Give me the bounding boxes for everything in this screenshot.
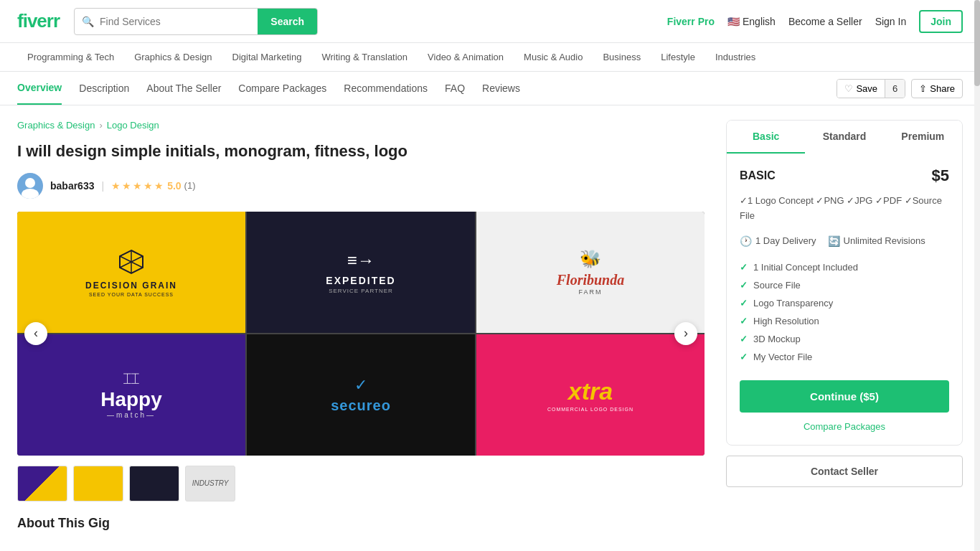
tab-overview[interactable]: Overview [17, 72, 62, 105]
continue-button[interactable]: Continue ($5) [740, 380, 949, 413]
revisions-meta: 🔄 Unlimited Revisions [828, 235, 925, 247]
revisions-label: Unlimited Revisions [844, 235, 925, 246]
carousel-arrow-left[interactable]: ‹ [24, 322, 47, 345]
cell4-icon: ⌶⌶ [123, 371, 139, 386]
cell2-icon: ≡→ [347, 250, 374, 270]
tab-faq[interactable]: FAQ [445, 72, 465, 104]
search-button[interactable]: Search [258, 9, 317, 34]
breadcrumb-parent[interactable]: Graphics & Design [17, 120, 95, 131]
check-icon-5: ✓ [740, 334, 748, 344]
nav-item-writing[interactable]: Writing & Translation [311, 43, 418, 71]
save-button[interactable]: ♡ Save [837, 80, 885, 98]
star-3: ★ [133, 180, 142, 192]
scrollbar[interactable] [974, 0, 980, 545]
cell6-text: xtra [568, 377, 613, 405]
nav-item-digital[interactable]: Digital Marketing [222, 43, 312, 71]
breadcrumb-child[interactable]: Logo Design [107, 120, 159, 131]
tab-basic[interactable]: Basic [727, 121, 805, 154]
feature-2: ✓ Source File [740, 276, 949, 294]
thumbnail-1[interactable] [17, 466, 67, 501]
thumbnail-3[interactable] [129, 466, 179, 501]
check-icon-2: ✓ [740, 280, 748, 291]
tab-description[interactable]: Description [79, 72, 129, 104]
seller-name[interactable]: babar633 [50, 180, 94, 192]
header: fiverr 🔍 Search Fiverr Pro 🇺🇸 English Be… [0, 0, 980, 43]
share-icon: ⇧ [919, 83, 927, 94]
breadcrumb-separator: › [99, 120, 102, 131]
cell5-text: secureo [331, 397, 391, 414]
tab-about-seller[interactable]: About The Seller [146, 72, 221, 104]
become-seller-link[interactable]: Become a Seller [788, 16, 862, 27]
nav-item-industries[interactable]: Industries [705, 43, 765, 71]
sub-nav: Overview Description About The Seller Co… [0, 72, 980, 105]
scrollbar-thumb[interactable] [974, 0, 980, 86]
search-input[interactable] [94, 10, 258, 33]
sign-in-link[interactable]: Sign In [875, 16, 907, 27]
tab-compare-packages[interactable]: Compare Packages [238, 72, 326, 104]
cell6-subtext: COMMERCIAL LOGO DESIGN [547, 407, 633, 412]
check-icon-4: ✓ [740, 316, 748, 326]
nav-item-music[interactable]: Music & Audio [514, 43, 593, 71]
pricing-card: Basic Standard Premium BASIC $5 ✓1 Logo … [726, 120, 963, 446]
check-icon-1: ✓ [740, 262, 748, 273]
sub-nav-actions: ♡ Save 6 ⇧ Share [837, 79, 963, 98]
feature-label-6: My Vector File [753, 352, 812, 362]
share-label: Share [930, 83, 955, 94]
plan-meta: 🕐 1 Day Delivery 🔄 Unlimited Revisions [740, 235, 949, 247]
svg-point-1 [25, 178, 35, 188]
flag-icon: 🇺🇸 [727, 16, 740, 27]
cell3-text: Floribunda [557, 272, 624, 288]
share-button[interactable]: ⇧ Share [911, 79, 963, 98]
cell1-text: DECISION GRAIN [85, 281, 177, 291]
carousel-cell-5: ✓ secureo [247, 334, 475, 456]
tab-premium[interactable]: Premium [884, 121, 962, 154]
save-label: Save [856, 83, 877, 94]
feature-4: ✓ High Resolution [740, 312, 949, 330]
pricing-body: BASIC $5 ✓1 Logo Concept ✓PNG ✓JPG ✓PDF … [727, 154, 962, 445]
join-button[interactable]: Join [919, 10, 963, 33]
compare-packages-link[interactable]: Compare Packages [740, 421, 949, 432]
language-selector[interactable]: 🇺🇸 English [727, 16, 776, 27]
cell4-text: Happy [100, 389, 162, 411]
tab-standard[interactable]: Standard [805, 121, 883, 154]
cell3-icon: 🐝 [580, 249, 601, 269]
feature-label-1: 1 Initial Concept Included [753, 262, 858, 273]
cell1-subtext: SEED YOUR DATA SUCCESS [89, 292, 174, 297]
left-column: Graphics & Design › Logo Design I will d… [17, 120, 705, 531]
tab-recommendations[interactable]: Recommendations [344, 72, 428, 104]
feature-3: ✓ Logo Transparency [740, 294, 949, 312]
review-count: (1) [184, 180, 196, 191]
seller-info: babar633 | ★ ★ ★ ★ ★ 5.0 (1) [17, 173, 705, 199]
star-4: ★ [143, 180, 153, 192]
nav-item-graphics[interactable]: Graphics & Design [124, 43, 222, 71]
nav-item-video[interactable]: Video & Animation [418, 43, 514, 71]
plan-name: BASIC [740, 169, 776, 182]
avatar [17, 173, 43, 199]
feature-label-2: Source File [753, 280, 801, 291]
rating-value: 5.0 [167, 180, 181, 192]
check-icon-6: ✓ [740, 352, 748, 362]
contact-seller-button[interactable]: Contact Seller [726, 456, 963, 487]
thumbnail-4[interactable]: INDUSTRY [185, 466, 235, 501]
carousel-arrow-right[interactable]: › [674, 322, 697, 345]
nav-item-lifestyle[interactable]: Lifestyle [651, 43, 705, 71]
carousel-cell-4: ⌶⌶ Happy —match— [17, 334, 245, 456]
tab-reviews[interactable]: Reviews [482, 72, 520, 104]
cell5-icon: ✓ [354, 376, 367, 395]
heart-icon: ♡ [844, 83, 853, 94]
check-icon-3: ✓ [740, 298, 748, 309]
carousel-cell-1: DECISION GRAIN SEED YOUR DATA SUCCESS [17, 212, 245, 333]
delivery-meta: 🕐 1 Day Delivery [740, 235, 816, 247]
nav-item-business[interactable]: Business [593, 43, 651, 71]
fiverr-pro-link[interactable]: Fiverr Pro [667, 16, 715, 27]
logo[interactable]: fiverr [17, 10, 60, 32]
feature-1: ✓ 1 Initial Concept Included [740, 258, 949, 276]
feature-label-5: 3D Mockup [753, 334, 801, 344]
feature-5: ✓ 3D Mockup [740, 330, 949, 348]
cell3-subtext: FARM [578, 288, 602, 296]
thumbnails-row: INDUSTRY [17, 466, 705, 501]
carousel-cell-3: 🐝 Floribunda FARM [476, 212, 705, 333]
star-2: ★ [122, 180, 131, 192]
nav-item-programming[interactable]: Programming & Tech [17, 43, 124, 71]
thumbnail-2[interactable] [73, 466, 123, 501]
